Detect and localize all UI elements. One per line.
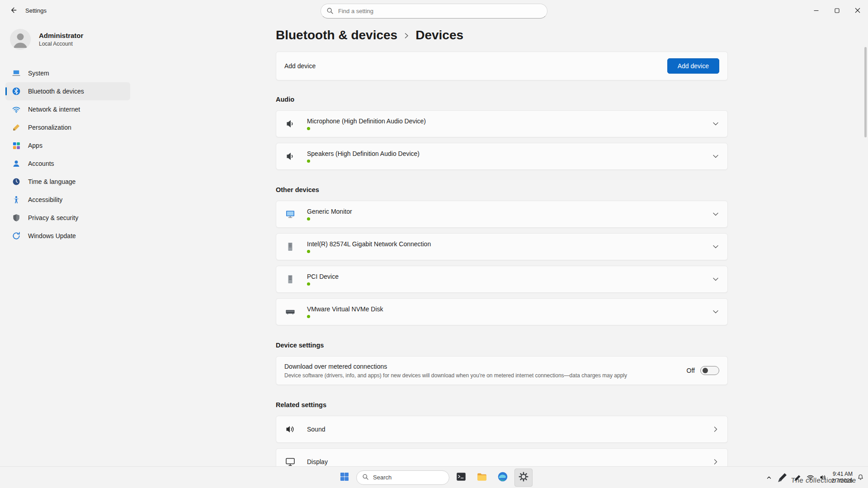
sidebar-item-label: Time & language — [28, 178, 75, 185]
sidebar-item-label: Privacy & security — [28, 214, 78, 221]
sidebar-item-accessibility[interactable]: Accessibility — [5, 191, 130, 209]
sidebar-item-time-language[interactable]: Time & language — [5, 173, 130, 191]
device-row-microphone[interactable]: Microphone (High Definition Audio Device… — [276, 110, 728, 137]
metered-toggle[interactable] — [700, 366, 719, 375]
sidebar-item-windows-update[interactable]: Windows Update — [5, 227, 130, 245]
display-icon — [284, 456, 296, 466]
add-device-row: Add device Add device — [276, 52, 728, 80]
taskbar-search-label: Search — [373, 474, 392, 481]
clock-date: 2/7/2026 — [831, 478, 853, 484]
close-button[interactable] — [847, 0, 868, 22]
chevron-down-icon[interactable] — [712, 153, 719, 160]
chevron-down-icon[interactable] — [712, 211, 719, 218]
status-dot — [307, 127, 310, 130]
terminal-app-button[interactable] — [452, 469, 470, 487]
search-icon — [362, 474, 369, 482]
network-wifi-icon[interactable] — [806, 473, 815, 482]
accounts-icon — [12, 159, 21, 168]
device-name: Microphone (High Definition Audio Device… — [307, 117, 426, 125]
taskbar: Search — [0, 466, 868, 488]
scrollbar-thumb[interactable] — [864, 47, 867, 137]
related-row-sound[interactable]: Sound — [276, 416, 728, 443]
related-item-label: Display — [307, 458, 328, 465]
nvme-disk-icon — [284, 306, 296, 317]
chevron-right-icon — [712, 426, 719, 433]
time-language-icon — [12, 177, 21, 186]
back-button[interactable] — [5, 4, 21, 18]
taskbar-clock[interactable]: 9:41 AM 2/7/2026 — [831, 471, 853, 484]
sound-icon — [284, 424, 296, 435]
sidebar-item-accounts[interactable]: Accounts — [5, 155, 130, 173]
file-explorer-button[interactable] — [473, 469, 491, 487]
sidebar-item-privacy-security[interactable]: Privacy & security — [5, 209, 130, 227]
breadcrumb-parent[interactable]: Bluetooth & devices — [276, 28, 397, 42]
pen-artifact-icon — [792, 473, 802, 483]
pci-device-icon — [284, 274, 296, 285]
sidebar: Administrator Local Account System Bluet… — [0, 22, 136, 466]
toggle-state-label: Off — [687, 367, 695, 374]
related-settings-section-title: Related settings — [276, 401, 728, 410]
settings-app-button[interactable] — [514, 469, 533, 487]
app-title: Settings — [25, 7, 47, 14]
sidebar-item-network-internet[interactable]: Network & internet — [5, 100, 130, 118]
windows-start-icon — [339, 471, 350, 484]
volume-icon[interactable] — [819, 473, 827, 482]
settings-gear-icon — [518, 471, 529, 484]
chevron-down-icon[interactable] — [712, 243, 719, 250]
minimize-button[interactable] — [806, 0, 826, 22]
settings-window: Settings Administrator — [0, 0, 868, 488]
chevron-down-icon[interactable] — [712, 308, 719, 315]
user-account[interactable]: Administrator Local Account — [10, 29, 83, 50]
sidebar-item-label: Accessibility — [28, 196, 62, 203]
start-button[interactable] — [335, 469, 354, 487]
hidden-icons-chevron-up-icon[interactable] — [766, 474, 772, 481]
related-row-display[interactable]: Display — [276, 448, 728, 466]
status-dot — [307, 282, 310, 286]
edge-browser-button[interactable] — [494, 469, 512, 487]
taskbar-search[interactable]: Search — [356, 470, 449, 485]
other-devices-section-title: Other devices — [276, 186, 728, 195]
user-account-type: Local Account — [39, 41, 83, 47]
device-name: Intel(R) 82574L Gigabit Network Connecti… — [307, 240, 431, 248]
related-item-label: Sound — [307, 426, 325, 433]
breadcrumb: Bluetooth & devices Devices — [276, 22, 728, 44]
system-icon — [12, 69, 21, 78]
sidebar-item-label: Windows Update — [28, 232, 76, 239]
scrollbar[interactable] — [864, 43, 867, 464]
notification-bell-icon[interactable] — [857, 474, 864, 481]
device-name: PCI Device — [307, 273, 339, 280]
status-dot — [307, 217, 310, 221]
pen-artifact-icon — [776, 472, 788, 483]
audio-device-icon — [284, 151, 296, 162]
add-device-button[interactable]: Add device — [667, 58, 719, 74]
user-name: Administrator — [39, 32, 83, 39]
clock-time: 9:41 AM — [831, 471, 853, 478]
device-row-speakers[interactable]: Speakers (High Definition Audio Device) — [276, 143, 728, 170]
sidebar-item-bluetooth-devices[interactable]: Bluetooth & devices — [5, 82, 130, 100]
maximize-button[interactable] — [826, 0, 847, 22]
device-row-nvme-disk[interactable]: VMware Virtual NVMe Disk — [276, 298, 728, 325]
network-adapter-icon — [284, 241, 296, 252]
sidebar-item-system[interactable]: System — [5, 64, 130, 82]
chevron-down-icon[interactable] — [712, 276, 719, 283]
sidebar-nav: System Bluetooth & devices Network & int… — [0, 64, 136, 245]
sidebar-item-personalization[interactable]: Personalization — [5, 118, 130, 136]
device-name: Speakers (High Definition Audio Device) — [307, 150, 420, 157]
page-title: Devices — [415, 28, 463, 42]
device-name: VMware Virtual NVMe Disk — [307, 305, 383, 313]
monitor-icon — [284, 209, 296, 220]
avatar — [10, 29, 31, 50]
device-row-pci-device[interactable]: PCI Device — [276, 266, 728, 293]
status-dot — [307, 315, 310, 318]
find-a-setting-input[interactable] — [321, 4, 547, 19]
device-row-network-adapter[interactable]: Intel(R) 82574L Gigabit Network Connecti… — [276, 233, 728, 260]
privacy-shield-icon — [12, 213, 21, 222]
toggle-knob — [703, 368, 708, 373]
sidebar-item-apps[interactable]: Apps — [5, 136, 130, 155]
device-row-generic-monitor[interactable]: Generic Monitor — [276, 201, 728, 228]
chevron-down-icon[interactable] — [712, 120, 719, 127]
chevron-right-icon — [712, 458, 719, 465]
audio-device-icon — [284, 118, 296, 129]
sidebar-item-label: Accounts — [28, 160, 54, 167]
add-device-label: Add device — [284, 62, 316, 70]
